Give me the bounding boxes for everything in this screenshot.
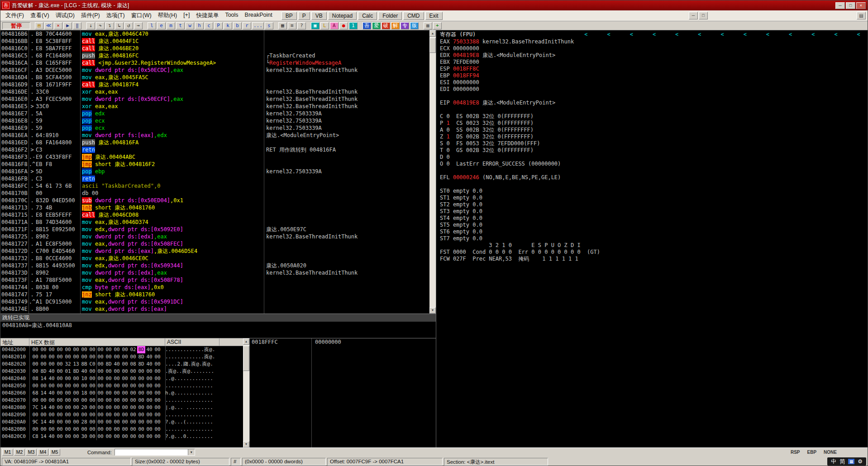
scrollbar-thumb[interactable] — [429, 38, 436, 53]
menu-action-button[interactable]: P — [298, 12, 310, 20]
menu-action-button[interactable]: VB — [311, 12, 327, 20]
register-line[interactable]: O 0 LastErr ERROR_SUCCESS (00000000) — [436, 161, 868, 167]
register-line[interactable]: FCW 027F Prec NEAR,53 掩码 1 1 1 1 1 1 — [436, 256, 868, 262]
disasm-row[interactable]: 004816D4.B8 5CFA4500mov eax,康达.0045FA5C — [0, 74, 429, 81]
disasm-row[interactable]: 00481747.75 17jnz short 康达.00481760 — [0, 291, 429, 298]
disasm-row[interactable]: 0048174E.8B00mov eax,dword ptr ds:[eax] — [0, 305, 429, 313]
register-line[interactable]: ECX 00000000 — [436, 45, 868, 52]
dump-row[interactable]: 004820807C144000000020000000000000000000… — [0, 404, 243, 411]
collapse-arrow-icon[interactable]: < — [811, 31, 815, 38]
run-button[interactable]: ▶ — [63, 22, 72, 29]
register-line[interactable]: ESI 00000000 — [436, 79, 868, 86]
dump-header-ascii[interactable]: ASCII — [165, 338, 219, 346]
dump-row[interactable]: 004820B000000000000000000000000000000000… — [0, 426, 243, 433]
register-line[interactable]: EIP 004819E8 康达.<ModuleEntryPoint> — [436, 100, 868, 106]
menu-item[interactable]: 查看(V) — [27, 11, 52, 20]
restart-button[interactable]: ≪ — [44, 22, 53, 29]
menu-item[interactable]: 选项(T) — [103, 11, 128, 20]
register-line[interactable] — [436, 167, 868, 174]
disasm-row[interactable]: 004816DE.33C0xor eax,eaxkernel32.BaseThr… — [0, 88, 429, 95]
dump-row[interactable]: 004820200000000032138BC0008D4000088D4000… — [0, 361, 243, 368]
disasm-row[interactable]: 004816D9.E8 1671F9FFcall 康达.004187F4 — [0, 81, 429, 88]
window-cpu-button[interactable]: c — [205, 22, 213, 29]
disasm-row[interactable]: 0048173D.8902mov dword ptr ds:[edx],eaxk… — [0, 269, 429, 276]
disasm-row[interactable]: 0048170C.832D 04ED500sub dword ptr ds:[0… — [0, 197, 429, 204]
register-line[interactable]: P 1 CS 0023 32位 0(FFFFFFFF) — [436, 120, 868, 127]
register-line[interactable]: FST 0000 Cond 0 0 0 0 Err 0 0 0 0 0 0 0 … — [436, 249, 868, 256]
window-list-icon[interactable]: ▤ — [857, 12, 866, 19]
plugin-ban-button[interactable]: 版 — [410, 22, 419, 29]
collapse-arrow-icon[interactable]: < — [675, 31, 678, 38]
collapse-arrow-icon[interactable]: < — [698, 31, 701, 38]
ime-simplified[interactable]: 简 — [839, 458, 845, 466]
scroll-down-icon[interactable]: ▼ — [243, 441, 249, 447]
scroll-up-icon[interactable]: ▲ — [243, 338, 249, 345]
register-line[interactable]: EBP 0018FF94 — [436, 72, 868, 79]
window-memory-button[interactable]: m — [167, 22, 175, 29]
go-to-button[interactable]: → — [134, 22, 143, 29]
disassembly-scrollbar[interactable]: ▲ ▼ — [429, 30, 436, 314]
window-windows-button[interactable]: w — [186, 22, 194, 29]
menu-action-button[interactable]: Folder — [378, 12, 402, 20]
menu-item[interactable]: 帮助(H) — [155, 11, 180, 20]
disasm-row[interactable]: 004816C5.68 FC164800push 康达.004816FC┌Tas… — [0, 52, 429, 59]
disasm-row[interactable]: 004816CA.E8 C165F8FFcall <jmp.&user32.Re… — [0, 59, 429, 67]
register-line[interactable] — [436, 106, 868, 113]
window-references-button[interactable]: r — [243, 22, 251, 29]
step-over-button[interactable]: ↷ — [96, 22, 105, 29]
menu-item[interactable]: 插件(P) — [78, 11, 103, 20]
collapse-arrow-icon[interactable]: < — [630, 31, 633, 38]
disasm-row[interactable]: 004816C0.E8 5BA7FEFFcall 康达.0046BE20 — [0, 45, 429, 52]
dump-row[interactable]: 00482000000000000000000000000000028D4000… — [0, 346, 243, 353]
plugin-ai-button[interactable]: 爱 — [372, 22, 381, 29]
menu-action-button[interactable]: Calc — [358, 12, 377, 20]
column-divider[interactable] — [311, 338, 312, 447]
window-log-button[interactable]: l — [148, 22, 156, 29]
disasm-row[interactable]: 004816B6.B8 70C44600mov eax,康达.0046C470 — [0, 30, 429, 38]
disasm-row[interactable]: 004816E8.59pop ecxkernel32.7503339A — [0, 117, 429, 124]
disasm-row[interactable]: 004816E5>33C0xor eax,eaxkernel32.BaseThr… — [0, 103, 429, 110]
dump-row[interactable]: 0048204008144000000010000000000000000000… — [0, 375, 243, 382]
window-handles-button[interactable]: h — [195, 22, 204, 29]
column-divider[interactable] — [264, 30, 264, 314]
plugin-window-button[interactable]: ▣ — [311, 22, 320, 29]
column-divider[interactable] — [165, 346, 166, 440]
column-divider[interactable] — [29, 346, 30, 440]
disasm-row[interactable]: 004816EA.64:8910mov dword ptr fs:[eax],e… — [0, 132, 429, 139]
until-return-button[interactable]: ↺ — [124, 22, 133, 29]
dump-scrollbar[interactable]: ▲ ▼ — [243, 338, 249, 447]
register-line[interactable]: ST7 empty 0.0 — [436, 235, 868, 242]
trace-into-button[interactable]: ↴ — [105, 22, 114, 29]
disasm-row[interactable]: 004816F8.^EB F8jmp short 康达.004816F2 — [0, 161, 429, 168]
macro-button[interactable]: M5 — [49, 449, 60, 456]
scrollbar-thumb[interactable] — [243, 346, 249, 371]
disasm-row[interactable]: 004816E0.A3 FCEC5000mov dword ptr ds:[0x… — [0, 95, 429, 103]
window-breakpoints-button[interactable]: b — [233, 22, 242, 29]
dump-row[interactable]: 0048209000000000000000000000000000000000… — [0, 411, 243, 418]
stack-pane[interactable]: 0018FFFC00000000 — [249, 338, 436, 447]
menu-item[interactable]: 调试(D) — [52, 11, 78, 20]
register-line[interactable]: EDX 004819E8 康达.<ModuleEntryPoint> — [436, 52, 868, 59]
column-divider[interactable] — [29, 30, 29, 314]
column-divider[interactable] — [80, 30, 81, 314]
disasm-row[interactable]: 004816FA>5Dpop ebpkernel32.7503339A — [0, 168, 429, 175]
macro-button[interactable]: M3 — [26, 449, 37, 456]
disasm-row[interactable]: 004816FC.54 61 73 6Bascii "TaskbarCreate… — [0, 182, 429, 190]
disasm-row[interactable]: 00481732.B8 0CCE4600mov eax,康达.0046CE0C — [0, 255, 429, 262]
collapse-arrow-icon[interactable]: < — [857, 31, 860, 38]
scroll-down-icon[interactable]: ▼ — [429, 307, 436, 314]
dump-row[interactable]: 0048205000000000000000000000000000000000… — [0, 382, 243, 390]
gear-icon[interactable]: ⚙ — [858, 458, 863, 465]
collapse-arrow-icon[interactable]: < — [834, 31, 837, 38]
plugin-analyze-button[interactable]: A — [330, 22, 339, 29]
ime-chinese[interactable]: 中 — [831, 458, 836, 466]
register-line[interactable]: EFL 00000246 (NO,NB,E,BE,NS,PE,GE,LE) — [436, 174, 868, 181]
window-patches-button[interactable]: P — [214, 22, 223, 29]
dump-header-hex[interactable]: HEX 数据 — [29, 338, 165, 346]
disassembly-pane[interactable]: 004816B6.B8 70C44600mov eax,康达.0046C4700… — [0, 30, 436, 314]
disasm-row[interactable]: 0048171A.B8 74D34600mov eax,康达.0046D374 — [0, 219, 429, 226]
macro-button[interactable]: M2 — [14, 449, 25, 456]
mdi-minimize-button[interactable]: ─ — [689, 12, 698, 19]
register-line[interactable]: C 0 ES 002B 32位 0(FFFFFFFF) — [436, 113, 868, 120]
close-program-button[interactable]: × — [54, 22, 62, 29]
